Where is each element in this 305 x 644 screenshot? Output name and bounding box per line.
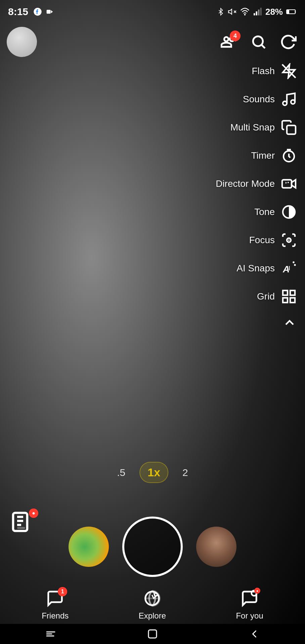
timer-icon <box>279 146 298 165</box>
multi-snap-menu-item[interactable]: Multi Snap <box>216 113 298 142</box>
grid-icon <box>279 287 298 306</box>
director-mode-menu-item[interactable]: Director Mode <box>216 170 298 198</box>
right-menu: Flash Sounds Multi Snap Timer Director M… <box>216 57 298 335</box>
chevron-up-icon <box>282 315 297 330</box>
flash-off-icon <box>279 62 298 80</box>
friends-badge: 1 <box>58 587 67 596</box>
grid-label: Grid <box>257 291 275 302</box>
svg-point-29 <box>288 239 290 241</box>
foryou-nav-icon: ● <box>239 588 260 608</box>
svg-rect-35 <box>283 298 288 303</box>
svg-rect-8 <box>258 10 259 15</box>
zoom-0.5-button[interactable]: .5 <box>113 464 129 481</box>
director-mode-icon <box>279 174 298 193</box>
ai-snaps-label: AI Snaps <box>236 263 275 274</box>
zoom-2x-button[interactable]: 2 <box>178 464 192 481</box>
timer-menu-item[interactable]: Timer <box>216 142 298 170</box>
battery-icon <box>286 8 297 15</box>
sys-home-icon <box>146 628 159 640</box>
explore-icon <box>143 589 161 607</box>
ai-snaps-icon: A ı <box>279 259 298 278</box>
svg-rect-32 <box>283 290 288 295</box>
top-controls: 4 <box>0 23 305 60</box>
search-icon <box>250 34 267 50</box>
svg-point-20 <box>291 100 295 104</box>
svg-rect-7 <box>256 11 257 15</box>
svg-rect-1 <box>47 10 51 14</box>
zoom-controls: .5 1x 2 <box>113 462 192 483</box>
refresh-button[interactable] <box>278 32 298 52</box>
search-button[interactable] <box>249 32 269 52</box>
ai-snaps-menu-item[interactable]: AI Snaps A ı <box>216 254 298 282</box>
nav-explore[interactable]: Explore <box>132 585 173 624</box>
sys-back-button[interactable] <box>244 626 264 642</box>
svg-point-5 <box>245 14 245 15</box>
explore-nav-icon <box>142 588 162 608</box>
svg-rect-6 <box>254 13 255 15</box>
story-thumbnail-2[interactable] <box>196 527 236 567</box>
flash-label: Flash <box>252 66 275 76</box>
director-mode-label: Director Mode <box>216 178 275 189</box>
mute-icon <box>228 7 236 16</box>
svg-rect-33 <box>290 290 295 295</box>
tone-menu-item[interactable]: Tone <box>216 198 298 226</box>
battery-text: 28% <box>265 7 283 17</box>
sys-home-button[interactable] <box>142 626 163 642</box>
bottom-nav: 1 Friends Explore ● For you <box>0 585 305 624</box>
sounds-icon <box>279 90 298 109</box>
focus-menu-item[interactable]: Focus <box>216 226 298 254</box>
svg-rect-44 <box>148 630 157 638</box>
sounds-menu-item[interactable]: Sounds <box>216 85 298 113</box>
sys-menu-icon <box>45 628 57 640</box>
svg-marker-2 <box>228 9 232 14</box>
explore-label: Explore <box>139 611 166 621</box>
multi-snap-icon <box>279 118 298 137</box>
svg-point-26 <box>288 182 289 183</box>
flash-menu-item[interactable]: Flash <box>216 57 298 85</box>
zoom-1x-button[interactable]: 1x <box>139 462 168 483</box>
wifi-icon <box>240 7 250 16</box>
friends-label: Friends <box>42 611 69 621</box>
grid-menu-item[interactable]: Grid <box>216 282 298 311</box>
collapse-button[interactable] <box>216 311 298 335</box>
sys-menu-button[interactable] <box>41 626 61 642</box>
avatar[interactable] <box>7 27 37 57</box>
tone-label: Tone <box>254 207 275 217</box>
system-navigation <box>0 624 305 644</box>
shutter-area <box>0 517 305 577</box>
svg-text:ı: ı <box>288 263 291 272</box>
story-thumbnail-1[interactable] <box>69 527 109 567</box>
signal-icon <box>253 7 262 16</box>
foryou-badge: ● <box>254 588 260 594</box>
add-friend-button[interactable]: 4 <box>219 32 239 52</box>
status-time: 8:15 <box>8 6 28 17</box>
sys-back-icon <box>248 628 260 640</box>
svg-line-16 <box>262 45 265 48</box>
focus-icon <box>279 231 298 250</box>
friends-nav-icon: 1 <box>45 588 65 608</box>
svg-rect-21 <box>287 125 296 134</box>
video-icon <box>45 7 54 16</box>
notification-badge: 4 <box>230 31 241 41</box>
svg-rect-11 <box>287 10 289 13</box>
sounds-label: Sounds <box>243 94 275 105</box>
nav-foryou[interactable]: ● For you <box>229 585 270 624</box>
status-icons <box>33 7 54 16</box>
nav-friends[interactable]: 1 Friends <box>35 585 75 624</box>
svg-point-39 <box>155 593 158 596</box>
svg-point-19 <box>283 101 287 105</box>
refresh-icon <box>280 34 297 50</box>
status-bar: 8:15 28% <box>0 0 305 23</box>
multi-snap-label: Multi Snap <box>230 122 275 133</box>
tone-icon <box>279 203 298 221</box>
svg-rect-9 <box>260 8 262 15</box>
svg-rect-24 <box>282 180 292 188</box>
facebook-icon <box>33 7 42 16</box>
status-right: 28% <box>217 7 297 17</box>
svg-rect-34 <box>290 298 295 303</box>
focus-label: Focus <box>249 235 275 246</box>
shutter-button[interactable] <box>122 517 183 577</box>
timer-label: Timer <box>251 150 275 161</box>
svg-point-15 <box>253 36 263 46</box>
foryou-label: For you <box>236 611 263 621</box>
